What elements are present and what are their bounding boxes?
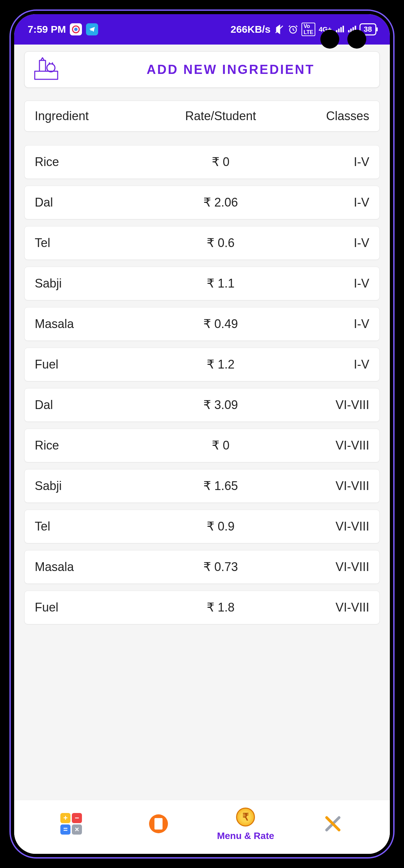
cell-ingredient: Rice	[35, 438, 158, 453]
groceries-icon	[33, 57, 60, 82]
cell-rate: ₹ 0.49	[158, 317, 282, 331]
table-header: Ingredient Rate/Student Classes	[24, 101, 380, 132]
cell-rate: ₹ 0.73	[158, 560, 282, 574]
add-ingredient-button[interactable]: ADD NEW INGREDIENT	[24, 51, 380, 88]
cell-classes: VI-VIII	[283, 560, 369, 574]
screen: 7:59 PM 266KB/s VoLTE	[14, 14, 390, 854]
cell-rate: ₹ 0	[158, 155, 282, 169]
copilot-app-icon	[70, 23, 82, 35]
nav-settings[interactable]	[289, 813, 377, 835]
cell-classes: VI-VIII	[283, 438, 369, 453]
header-classes: Classes	[283, 109, 369, 123]
cell-ingredient: Dal	[35, 195, 158, 210]
header-rate: Rate/Student	[158, 109, 282, 123]
cell-classes: VI-VIII	[283, 519, 369, 534]
cell-ingredient: Tel	[35, 236, 158, 250]
ingredient-row[interactable]: Sabji₹ 1.1I-V	[24, 267, 380, 300]
cell-rate: ₹ 1.65	[158, 479, 282, 493]
cell-ingredient: Sabji	[35, 276, 158, 291]
cell-ingredient: Tel	[35, 519, 158, 534]
ingredient-row[interactable]: Sabji₹ 1.65VI-VIII	[24, 469, 380, 503]
ingredient-row[interactable]: Dal₹ 2.06I-V	[24, 186, 380, 219]
cell-classes: I-V	[283, 236, 369, 250]
cell-ingredient: Rice	[35, 155, 158, 169]
ingredient-row[interactable]: Tel₹ 0.9VI-VIII	[24, 510, 380, 543]
nav-register[interactable]	[115, 813, 202, 835]
register-icon	[148, 813, 169, 835]
alarm-icon	[288, 24, 298, 34]
ingredient-row[interactable]: Masala₹ 0.73VI-VIII	[24, 550, 380, 584]
calculator-icon: + − = ×	[60, 813, 82, 835]
front-camera-2	[347, 30, 366, 49]
cell-ingredient: Fuel	[35, 357, 158, 372]
bottom-nav: + − = × ₹ Menu & Ra	[14, 800, 390, 854]
cell-classes: I-V	[283, 357, 369, 372]
cell-rate: ₹ 1.1	[158, 276, 282, 291]
telegram-app-icon	[86, 23, 98, 35]
status-datarate: 266KB/s	[231, 24, 270, 35]
cell-classes: VI-VIII	[283, 398, 369, 412]
cell-classes: VI-VIII	[283, 479, 369, 493]
cell-ingredient: Sabji	[35, 479, 158, 493]
cell-rate: ₹ 1.2	[158, 357, 282, 372]
main-content: ADD NEW INGREDIENT Ingredient Rate/Stude…	[14, 45, 390, 800]
cell-classes: I-V	[283, 317, 369, 331]
ingredient-list: Rice₹ 0I-VDal₹ 2.06I-VTel₹ 0.6I-VSabji₹ …	[24, 145, 380, 624]
cell-rate: ₹ 0.9	[158, 519, 282, 534]
header-ingredient: Ingredient	[35, 109, 158, 123]
nav-menu-rate[interactable]: ₹ Menu & Rate	[202, 806, 289, 841]
ingredient-row[interactable]: Fuel₹ 1.2I-V	[24, 348, 380, 381]
nav-menu-rate-label: Menu & Rate	[217, 831, 274, 841]
status-time: 7:59 PM	[28, 24, 66, 35]
cell-rate: ₹ 2.06	[158, 195, 282, 210]
ingredient-row[interactable]: Tel₹ 0.6I-V	[24, 226, 380, 260]
coin-icon: ₹	[235, 806, 256, 828]
cell-ingredient: Masala	[35, 560, 158, 574]
cell-ingredient: Masala	[35, 317, 158, 331]
ingredient-row[interactable]: Fuel₹ 1.8VI-VIII	[24, 591, 380, 624]
nav-calculator[interactable]: + − = ×	[28, 813, 115, 835]
svg-point-5	[47, 64, 55, 72]
cell-classes: I-V	[283, 195, 369, 210]
cell-classes: I-V	[283, 276, 369, 291]
svg-rect-4	[35, 71, 58, 79]
vibrate-icon	[274, 24, 285, 35]
cell-classes: VI-VIII	[283, 600, 369, 615]
cell-classes: I-V	[283, 155, 369, 169]
tools-icon	[322, 813, 344, 835]
cell-ingredient: Fuel	[35, 600, 158, 615]
cell-rate: ₹ 1.8	[158, 600, 282, 615]
cell-rate: ₹ 0	[158, 438, 282, 453]
ingredient-row[interactable]: Rice₹ 0VI-VIII	[24, 429, 380, 462]
phone-bezel: 7:59 PM 266KB/s VoLTE	[9, 9, 395, 859]
add-ingredient-label: ADD NEW INGREDIENT	[90, 62, 371, 77]
ingredient-row[interactable]: Dal₹ 3.09VI-VIII	[24, 388, 380, 422]
volte-icon: VoLTE	[301, 23, 315, 36]
front-camera-1	[320, 30, 339, 49]
cell-rate: ₹ 0.6	[158, 236, 282, 250]
ingredient-row[interactable]: Masala₹ 0.49I-V	[24, 307, 380, 341]
cell-ingredient: Dal	[35, 398, 158, 412]
cell-rate: ₹ 3.09	[158, 398, 282, 412]
ingredient-row[interactable]: Rice₹ 0I-V	[24, 145, 380, 179]
phone-frame: 7:59 PM 266KB/s VoLTE	[0, 0, 404, 868]
svg-point-1	[74, 28, 78, 31]
battery-level: 38	[364, 25, 372, 33]
